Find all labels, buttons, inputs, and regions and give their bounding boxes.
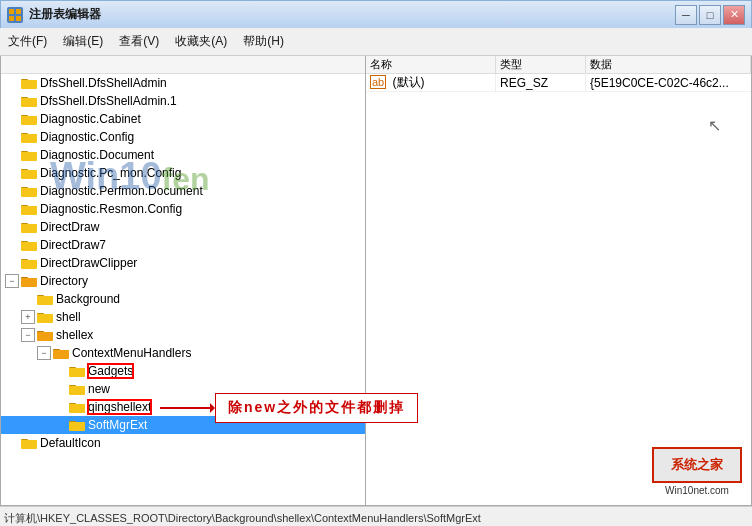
folder-icon xyxy=(37,292,53,306)
tree-item[interactable]: new xyxy=(1,380,365,398)
reg-name: (默认) xyxy=(393,75,425,89)
menu-file[interactable]: 文件(F) xyxy=(0,30,55,53)
tree-expander-placeholder xyxy=(5,130,19,144)
col-header-name[interactable]: 名称 xyxy=(366,56,496,73)
folder-icon xyxy=(21,76,37,90)
tree-item[interactable]: Diagnostic.Config xyxy=(1,128,365,146)
tree-item[interactable]: + shell xyxy=(1,308,365,326)
tree-item[interactable]: qingshellext xyxy=(1,398,365,416)
svg-rect-75 xyxy=(69,387,85,394)
svg-rect-27 xyxy=(21,171,37,178)
tree-item[interactable]: DefaultIcon xyxy=(1,434,365,452)
tree-expander-placeholder xyxy=(5,76,19,90)
tree-expander[interactable]: − xyxy=(37,346,51,360)
tree-label: qingshellext xyxy=(88,400,151,414)
svg-rect-19 xyxy=(21,135,37,142)
minimize-button[interactable]: ─ xyxy=(675,5,697,25)
svg-rect-7 xyxy=(21,81,37,88)
menu-bar: 文件(F) 编辑(E) 查看(V) 收藏夹(A) 帮助(H) xyxy=(0,28,752,56)
tree-expander-placeholder xyxy=(5,166,19,180)
folder-icon xyxy=(69,400,85,414)
right-cell-name: ab (默认) xyxy=(366,74,496,92)
tree-item[interactable]: DfsShell.DfsShellAdmin xyxy=(1,74,365,92)
tree-item[interactable]: DirectDrawClipper xyxy=(1,254,365,272)
tree-label: DirectDraw7 xyxy=(40,238,106,252)
tree-expander[interactable]: − xyxy=(21,328,35,342)
tree-item[interactable]: Diagnostic.Document xyxy=(1,146,365,164)
tree-item[interactable]: Diagnostic.Cabinet xyxy=(1,110,365,128)
tree-label: DefaultIcon xyxy=(40,436,101,450)
tree-item[interactable]: Diagnostic.Resmon.Config xyxy=(1,200,365,218)
tree-item[interactable]: − shellex xyxy=(1,326,365,344)
app-icon xyxy=(7,7,23,23)
maximize-button[interactable]: □ xyxy=(699,5,721,25)
tree-item[interactable]: Background xyxy=(1,290,365,308)
tree-expander[interactable]: + xyxy=(21,310,35,324)
tree-item[interactable]: DirectDraw7 xyxy=(1,236,365,254)
folder-icon xyxy=(37,328,53,342)
tree-label: DirectDrawClipper xyxy=(40,256,137,270)
tree-item[interactable]: Gadgets xyxy=(1,362,365,380)
tree-item[interactable]: DirectDraw xyxy=(1,218,365,236)
right-pane: 名称 类型 数据 ab (默认) REG_SZ {5E19C0CE-C02C-4… xyxy=(366,56,751,505)
svg-rect-3 xyxy=(16,16,21,21)
tree-expander-placeholder xyxy=(5,184,19,198)
tree-expander[interactable]: − xyxy=(5,274,19,288)
tree-expander-placeholder xyxy=(5,94,19,108)
svg-rect-23 xyxy=(21,153,37,160)
folder-icon xyxy=(21,436,37,450)
tree-expander-placeholder xyxy=(5,238,19,252)
menu-edit[interactable]: 编辑(E) xyxy=(55,30,111,53)
col-header-type[interactable]: 类型 xyxy=(496,56,586,73)
tree-label: Gadgets xyxy=(88,364,133,378)
svg-rect-87 xyxy=(21,441,37,448)
menu-view[interactable]: 查看(V) xyxy=(111,30,167,53)
tree-pane: DfsShell.DfsShellAdmin DfsShell.DfsShell… xyxy=(1,56,366,505)
tree-label: DfsShell.DfsShellAdmin.1 xyxy=(40,94,177,108)
menu-favorites[interactable]: 收藏夹(A) xyxy=(167,30,235,53)
status-bar: 计算机\HKEY_CLASSES_ROOT\Directory\Backgrou… xyxy=(0,506,752,526)
folder-icon xyxy=(21,148,37,162)
folder-icon xyxy=(69,382,85,396)
tree-item[interactable]: SoftMgrExt xyxy=(1,416,365,434)
reg-type-icon: ab xyxy=(370,75,386,89)
tree-expander-placeholder xyxy=(5,256,19,270)
tree-expander-placeholder xyxy=(53,382,67,396)
menu-help[interactable]: 帮助(H) xyxy=(235,30,292,53)
tree-item[interactable]: Diagnostic.Perfmon.Document xyxy=(1,182,365,200)
svg-rect-51 xyxy=(21,279,37,286)
tree-label: shellex xyxy=(56,328,93,342)
tree-item[interactable]: − ContextMenuHandlers xyxy=(1,344,365,362)
tree-expander-placeholder xyxy=(5,436,19,450)
close-button[interactable]: ✕ xyxy=(723,5,745,25)
right-header: 名称 类型 数据 xyxy=(366,56,751,74)
tree-item[interactable]: − Directory xyxy=(1,272,365,290)
tree-expander-placeholder xyxy=(21,292,35,306)
svg-rect-71 xyxy=(69,369,85,376)
folder-icon xyxy=(53,346,69,360)
folder-icon xyxy=(21,202,37,216)
svg-rect-15 xyxy=(21,117,37,124)
svg-rect-35 xyxy=(21,207,37,214)
svg-rect-1 xyxy=(16,9,21,14)
tree-label: DirectDraw xyxy=(40,220,99,234)
folder-icon xyxy=(21,130,37,144)
folder-icon xyxy=(21,256,37,270)
right-cell-data: {5E19C0CE-C02C-46c2... xyxy=(586,75,751,91)
svg-rect-59 xyxy=(37,315,53,322)
tree-label: Background xyxy=(56,292,120,306)
folder-icon xyxy=(21,220,37,234)
tree-body[interactable]: DfsShell.DfsShellAdmin DfsShell.DfsShell… xyxy=(1,74,365,505)
tree-expander-placeholder xyxy=(53,364,67,378)
window-title: 注册表编辑器 xyxy=(29,6,675,23)
col-header-data[interactable]: 数据 xyxy=(586,56,751,73)
tree-item[interactable]: Diagnostic.Pc_mon.Config xyxy=(1,164,365,182)
folder-icon xyxy=(69,364,85,378)
svg-rect-11 xyxy=(21,99,37,106)
tree-label: Diagnostic.Document xyxy=(40,148,154,162)
tree-expander-placeholder xyxy=(53,418,67,432)
tree-expander-placeholder xyxy=(5,112,19,126)
svg-rect-67 xyxy=(53,351,69,358)
right-row[interactable]: ab (默认) REG_SZ {5E19C0CE-C02C-46c2... xyxy=(366,74,751,92)
tree-item[interactable]: DfsShell.DfsShellAdmin.1 xyxy=(1,92,365,110)
